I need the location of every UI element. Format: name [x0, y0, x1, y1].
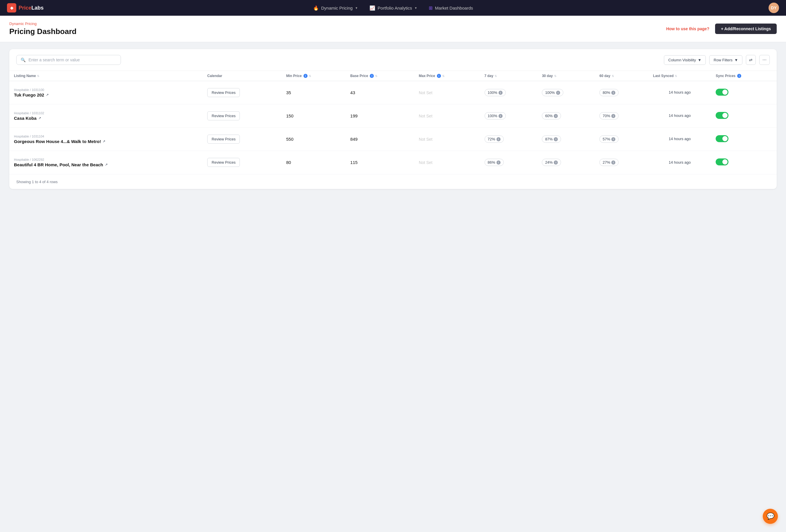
cell-7day-3: 86% i — [480, 151, 537, 174]
market-icon: ⊞ — [429, 5, 433, 11]
cell-30day-1: 60% i — [537, 105, 595, 128]
brand-logo[interactable]: ◆ PriceLabs — [7, 3, 44, 13]
sync-toggle-2[interactable] — [716, 135, 729, 142]
analytics-icon: 📈 — [369, 5, 375, 11]
last-synced-value-0: 14 hours ago — [653, 90, 707, 95]
info-7day-0[interactable]: i — [499, 91, 503, 95]
sort-icon-min[interactable]: ⇅ — [309, 74, 311, 78]
sort-icon-30day[interactable]: ⇅ — [554, 74, 556, 78]
pct-7day-1: 100% i — [485, 112, 506, 119]
info-60day-0[interactable]: i — [611, 91, 615, 95]
info-min-price[interactable]: i — [303, 74, 307, 78]
chevron-down-icon-row: ▼ — [734, 58, 738, 62]
sync-toggle-3[interactable] — [716, 158, 729, 165]
more-options-button[interactable]: ⋯ — [759, 55, 770, 65]
table-header-row: Listing Name ⇅ Calendar Min Price i — [9, 71, 777, 81]
cell-min-price-0: 35 — [281, 81, 346, 105]
info-30day-1[interactable]: i — [554, 114, 558, 118]
nav-dynamic-pricing-label: Dynamic Pricing — [321, 5, 353, 10]
nav-dynamic-pricing[interactable]: 🔥 Dynamic Pricing ▼ — [308, 3, 363, 13]
col-listing-name: Listing Name ⇅ — [9, 71, 203, 81]
info-max-price[interactable]: i — [437, 74, 441, 78]
cell-last-synced-3: 14 hours ago — [648, 151, 711, 174]
chat-bubble[interactable]: 💬 — [763, 509, 778, 524]
toggle-slider-0 — [716, 89, 729, 96]
review-prices-button-1[interactable]: Review Prices — [207, 111, 240, 120]
sync-toggle-1[interactable] — [716, 112, 729, 119]
info-30day-0[interactable]: i — [556, 91, 560, 95]
info-7day-2[interactable]: i — [496, 137, 501, 141]
table-footer: Showing 1 to 4 of 4 rows — [9, 174, 777, 189]
navbar: ◆ PriceLabs 🔥 Dynamic Pricing ▼ 📈 Portfo… — [0, 0, 786, 16]
info-60day-2[interactable]: i — [611, 137, 615, 141]
pct-7day-2: 72% i — [485, 136, 504, 143]
review-prices-button-2[interactable]: Review Prices — [207, 135, 240, 144]
column-visibility-button[interactable]: Column Visibility ▼ — [664, 55, 706, 65]
cell-calendar-3: Review Prices — [203, 151, 281, 174]
ext-link-icon-2[interactable]: ↗ — [102, 140, 105, 143]
cell-last-synced-1: 14 hours ago — [648, 105, 711, 128]
share-icon-button[interactable]: ⇄ — [746, 55, 756, 65]
review-prices-button-3[interactable]: Review Prices — [207, 158, 240, 167]
cell-calendar-0: Review Prices — [203, 81, 281, 105]
info-60day-1[interactable]: i — [611, 114, 615, 118]
sort-icon-base[interactable]: ⇅ — [375, 74, 377, 78]
info-30day-2[interactable]: i — [554, 137, 558, 141]
search-icon: 🔍 — [21, 57, 26, 62]
sync-toggle-0[interactable] — [716, 89, 729, 96]
row-filters-label: Row Filters — [714, 58, 733, 62]
chevron-down-icon-col: ▼ — [698, 58, 701, 62]
col-max-price: Max Price i ⇅ — [414, 71, 480, 81]
info-7day-3[interactable]: i — [496, 160, 501, 165]
nav-portfolio-analytics[interactable]: 📈 Portfolio Analytics ▼ — [365, 3, 422, 13]
add-reconnect-button[interactable]: + Add/Reconnect Listings — [715, 24, 777, 34]
listing-meta-1: Hospitable / 1031102 — [14, 111, 198, 115]
row-filters-button[interactable]: Row Filters ▼ — [709, 55, 742, 65]
ext-link-icon-0[interactable]: ↗ — [46, 93, 49, 97]
cell-30day-3: 24% i — [537, 151, 595, 174]
min-price-value-2: 550 — [286, 137, 293, 142]
ext-link-icon-1[interactable]: ↗ — [38, 116, 41, 120]
cell-60day-3: 27% i — [595, 151, 648, 174]
sort-icon-60day[interactable]: ⇅ — [611, 74, 614, 78]
max-price-value-3: Not Set — [419, 160, 433, 165]
base-price-value-3: 115 — [350, 160, 357, 165]
listing-name-1: Casa Koba ↗ — [14, 116, 198, 121]
page-title: Pricing Dashboard — [9, 27, 76, 36]
ext-link-icon-3[interactable]: ↗ — [105, 163, 108, 167]
cell-max-price-1: Not Set — [414, 105, 480, 128]
info-sync-prices[interactable]: i — [737, 74, 741, 78]
cell-base-price-3: 115 — [346, 151, 414, 174]
cell-last-synced-2: 14 hours ago — [648, 128, 711, 151]
sort-icon-7day[interactable]: ⇅ — [494, 74, 497, 78]
nav-market-dashboards[interactable]: ⊞ Market Dashboards — [424, 3, 478, 13]
info-60day-3[interactable]: i — [611, 160, 615, 165]
sort-icon-synced[interactable]: ⇅ — [675, 74, 677, 78]
search-input[interactable] — [28, 57, 117, 62]
col-7day: 7 day ⇅ — [480, 71, 537, 81]
pct-60day-1: 70% i — [599, 112, 619, 119]
info-30day-3[interactable]: i — [554, 160, 558, 165]
info-base-price[interactable]: i — [370, 74, 374, 78]
main-content: 🔍 Column Visibility ▼ Row Filters ▼ ⇄ ⋯ — [0, 42, 786, 196]
pct-60day-3: 27% i — [599, 159, 619, 166]
table-row: Hospitable / 1031102 Casa Koba ↗ Review … — [9, 105, 777, 128]
cell-max-price-2: Not Set — [414, 128, 480, 151]
cell-listing-name-0: Hospitable / 1031100 Tuk Fuego 202 ↗ — [9, 81, 203, 105]
listing-name-0: Tuk Fuego 202 ↗ — [14, 92, 198, 97]
info-7day-1[interactable]: i — [499, 114, 503, 118]
base-price-value-1: 199 — [350, 113, 357, 118]
chevron-down-icon: ▼ — [355, 6, 358, 9]
cell-sync-prices-3 — [711, 151, 777, 174]
col-base-price: Base Price i ⇅ — [346, 71, 414, 81]
pct-30day-0: 100% i — [542, 89, 563, 96]
sort-icon-listing[interactable]: ⇅ — [37, 74, 39, 78]
header-actions: How to use this page? + Add/Reconnect Li… — [666, 24, 777, 34]
sort-icon-max[interactable]: ⇅ — [442, 74, 444, 78]
pct-60day-0: 80% i — [599, 89, 619, 96]
last-synced-value-1: 14 hours ago — [653, 113, 707, 118]
review-prices-button-0[interactable]: Review Prices — [207, 88, 240, 97]
user-avatar[interactable]: DY — [768, 3, 779, 13]
listing-meta-2: Hospitable / 1031104 — [14, 135, 198, 138]
how-to-link[interactable]: How to use this page? — [666, 26, 710, 31]
